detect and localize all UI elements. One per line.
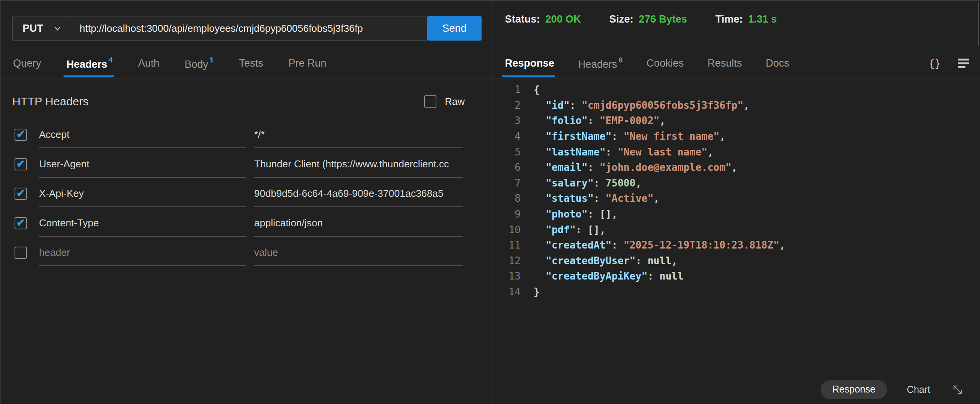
header-name-field[interactable]: Accept — [39, 129, 246, 148]
code-line: 1 { — [492, 82, 976, 98]
code-text: "createdByUser": null, — [534, 255, 678, 267]
response-panel: Status: 200 OK Size: 276 Bytes Time: 1.3… — [492, 1, 980, 404]
http-method-select[interactable]: PUT — [12, 16, 71, 41]
code-text: "photo": [], — [534, 208, 617, 220]
header-rows: ✔ Accept */* ✔ User-Agent Thunder Client… — [15, 129, 463, 276]
line-number: 10 — [492, 224, 521, 236]
code-line: 3 "folio": "EMP-0002", — [492, 113, 976, 129]
code-text: "createdAt": "2025-12-19T18:10:23.818Z", — [534, 239, 785, 251]
raw-label: Raw — [445, 96, 465, 108]
header-value-field[interactable]: 90db9d5d-6c64-4a69-909e-37001ac368a5 — [254, 188, 463, 207]
response-status-bar: Status: 200 OK Size: 276 Bytes Time: 1.3… — [505, 13, 777, 25]
header-row-checkbox[interactable]: ✔ — [15, 158, 27, 170]
request-tabs: Query Headers4 Auth Body1 Tests Pre Run — [13, 57, 326, 77]
check-icon: ✔ — [16, 129, 25, 140]
request-bar: PUT Send — [12, 16, 482, 41]
check-icon: ✔ — [16, 218, 25, 228]
header-value-field[interactable]: */* — [254, 129, 463, 148]
line-number: 4 — [492, 131, 521, 142]
url-input[interactable] — [71, 16, 427, 41]
code-text: "folio": "EMP-0002", — [534, 115, 665, 126]
code-line: 14 } — [492, 284, 976, 300]
tab-cookies[interactable]: Cookies — [647, 57, 684, 77]
response-time: Time: 1.31 s — [715, 13, 777, 25]
code-text: "createdByApiKey": null — [534, 270, 683, 282]
header-value-field[interactable]: value — [254, 247, 463, 266]
chevron-down-icon — [52, 23, 62, 33]
check-icon: ✔ — [16, 188, 25, 199]
code-line: 11 "createdAt": "2025-12-19T18:10:23.818… — [492, 237, 976, 253]
raw-checkbox[interactable]: ✔ — [424, 95, 436, 108]
http-method-value: PUT — [23, 23, 43, 34]
status-value: 200 OK — [546, 13, 581, 25]
format-json-icon[interactable]: {} — [928, 57, 941, 69]
response-footer: Response Chart — [821, 380, 965, 399]
chart-view-button[interactable]: Chart — [907, 384, 930, 395]
code-line: 5 "lastName": "New last name", — [492, 144, 976, 160]
line-number: 8 — [492, 193, 521, 204]
tab-headers[interactable]: Headers4 — [67, 57, 113, 77]
tab-results[interactable]: Results — [707, 57, 742, 77]
header-row: ✔ Accept */* — [15, 129, 463, 148]
header-name-field[interactable]: X-Api-Key — [39, 188, 246, 207]
code-line: 6 "email": "john.doe@example.com", — [492, 160, 976, 175]
tab-count-badge: 4 — [109, 56, 113, 64]
line-number: 3 — [492, 115, 521, 126]
tab-headers[interactable]: Headers6 — [578, 57, 623, 77]
tab-response[interactable]: Response — [505, 57, 554, 77]
request-panel: PUT Send Query Headers4 Auth Body1 Tests… — [1, 1, 492, 404]
request-tabs-divider — [1, 78, 492, 79]
response-view-button[interactable]: Response — [821, 380, 887, 399]
header-row: ✔ User-Agent Thunder Client (https://www… — [15, 158, 463, 178]
header-row-checkbox[interactable]: ✔ — [15, 217, 27, 229]
tab-count-badge: 1 — [210, 56, 214, 64]
scrollbar-thumb[interactable] — [978, 2, 979, 46]
header-name-field[interactable]: Content-Type — [39, 217, 246, 237]
expand-icon[interactable] — [950, 382, 965, 397]
line-number: 12 — [492, 255, 521, 267]
code-line: 7 "salary": 75000, — [492, 175, 976, 191]
code-line: 8 "status": "Active", — [492, 191, 976, 206]
code-text: "pdf": [], — [534, 224, 606, 236]
header-row-checkbox[interactable]: ✔ — [15, 188, 27, 200]
status-label: Status: — [505, 13, 540, 25]
line-number: 1 — [492, 84, 521, 95]
line-number: 11 — [492, 239, 521, 251]
line-number: 2 — [492, 100, 521, 111]
tab-query[interactable]: Query — [13, 57, 41, 77]
tab-count-badge: 6 — [619, 56, 623, 64]
code-line: 12 "createdByUser": null, — [492, 253, 976, 269]
tab-auth[interactable]: Auth — [138, 57, 160, 77]
size-value: 276 Bytes — [639, 13, 687, 25]
header-value-field[interactable]: Thunder Client (https://www.thunderclien… — [254, 158, 463, 178]
header-row: ✔ Content-Type application/json — [15, 217, 463, 237]
header-row-checkbox[interactable]: ✔ — [15, 247, 27, 259]
tab-body[interactable]: Body1 — [185, 57, 214, 77]
tab-tests[interactable]: Tests — [239, 57, 263, 77]
time-label: Time: — [715, 13, 743, 25]
line-number: 7 — [492, 177, 521, 189]
header-row-checkbox[interactable]: ✔ — [15, 129, 27, 141]
code-line: 2 "id": "cmjd6pyp60056fobs5j3f36fp", — [492, 98, 976, 113]
code-line: 13 "createdByApiKey": null — [492, 268, 976, 284]
code-text: } — [534, 286, 540, 298]
line-number: 5 — [492, 146, 521, 158]
send-button[interactable]: Send — [427, 16, 482, 41]
tab-pre-run[interactable]: Pre Run — [288, 57, 326, 77]
code-text: { — [534, 84, 540, 95]
response-tabs: Response Headers6 Cookies Results Docs — [505, 57, 789, 77]
header-name-field[interactable]: User-Agent — [39, 158, 246, 178]
code-line: 4 "firstName": "New first name", — [492, 129, 976, 144]
status-code: Status: 200 OK — [505, 13, 581, 25]
code-text: "status": "Active", — [534, 193, 660, 204]
word-wrap-icon[interactable] — [958, 59, 969, 68]
code-line: 9 "photo": [], — [492, 206, 976, 222]
header-name-field[interactable]: header — [39, 247, 246, 266]
raw-toggle[interactable]: ✔ Raw — [424, 95, 465, 108]
header-value-field[interactable]: application/json — [254, 217, 463, 237]
line-number: 14 — [492, 286, 521, 298]
code-line: 10 "pdf": [], — [492, 222, 976, 237]
code-text: "lastName": "New last name", — [534, 146, 714, 158]
check-icon: ✔ — [16, 159, 25, 169]
tab-docs[interactable]: Docs — [766, 57, 789, 77]
